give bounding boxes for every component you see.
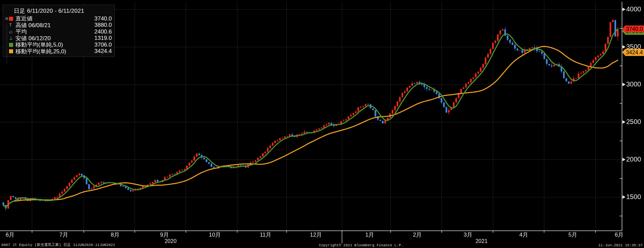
low-marker: ⊥ (9, 36, 13, 40)
x-axis-month-label: 7月 (59, 231, 68, 239)
copyright-text: Copyright© 2021 Bloomberg Finance L.P. (319, 243, 403, 247)
legend-row-label: 移動平均(単純,25,0) (15, 48, 90, 55)
x-axis-month-label: 6月 (6, 231, 14, 239)
tick-arrow-icon (623, 158, 626, 161)
x-axis-year-label: 2020 (165, 238, 177, 244)
legend-row-value: 3424.4 (90, 48, 112, 55)
x-axis-month-label: 4月 (519, 231, 528, 239)
ma5-marker (9, 43, 13, 47)
tick-arrow-icon (623, 45, 626, 49)
legend-title: 日足 6/11/2020 - 6/11/2021 (4, 6, 112, 15)
last-price-badge: 3740.0 (625, 25, 644, 33)
legend-row[interactable]: ◇ 平均 2400.6 (4, 28, 112, 35)
y-axis-tick-label: 3000 (626, 80, 641, 88)
legend-row-value: 3880.0 (90, 22, 112, 28)
tick-arrow-icon (623, 83, 626, 86)
ma25-marker (9, 49, 13, 53)
legend-panel: 日足 6/11/2020 - 6/11/2021 ⊞ 直近値 3740.0 T … (3, 5, 115, 57)
x-axis-month-label: 5月 (568, 231, 577, 239)
x-axis-month-label: 1月 (365, 231, 374, 239)
legend-rows: ⊞ 直近値 3740.0 T 高値 06/08/21 3880.0 ◇ 平均 2… (4, 15, 112, 55)
y-axis-tick: 2000 (623, 156, 641, 163)
y-axis-tick-label: 1500 (626, 193, 641, 201)
legend-row[interactable]: T 高値 06/08/21 3880.0 (4, 22, 112, 29)
x-axis-month-label: 9月 (160, 231, 169, 239)
last-price-marker (9, 17, 13, 21)
x-axis-month-label: 8月 (111, 231, 120, 239)
x-axis-month-label: 11月 (260, 231, 272, 239)
x-axis-year-label: 2021 (475, 238, 488, 244)
x-axis-month-label: 10月 (209, 231, 221, 239)
y-axis-tick-label: 2500 (626, 118, 641, 126)
badge-arrow-icon (622, 25, 625, 32)
high-marker: T (9, 23, 12, 27)
x-axis-month-label: 6月 (615, 231, 624, 239)
tick-arrow-icon (623, 120, 626, 124)
legend-row[interactable]: ⊥ 安値 06/12/20 1319.0 (4, 35, 112, 42)
y-axis-tick: 3000 (623, 80, 641, 88)
legend-row-value: 1319.0 (90, 35, 112, 42)
y-axis-tick: 1500 (623, 193, 641, 201)
tick-arrow-icon (623, 8, 626, 11)
y-axis-tick: 2500 (623, 118, 641, 126)
legend-tree-line (7, 25, 7, 64)
legend-row-value: 3706.0 (90, 42, 112, 48)
legend-row-value: 3740.0 (90, 15, 112, 22)
x-axis-month-label: 2月 (413, 231, 422, 239)
x-axis-month-label: 12月 (310, 231, 322, 239)
bloomberg-terminal-chart: { "colors": { "background": "#000000", "… (0, 0, 644, 248)
ma25-badge: 3424.4 (625, 49, 644, 56)
security-status-text: 6967 JT Equity (新光電気工業) 日足 11JUN2020-11J… (1, 242, 115, 247)
y-axis-tick-label: 4000 (626, 5, 641, 13)
legend-row[interactable]: 移動平均(単純,25,0) 3424.4 (4, 48, 112, 55)
legend-row-value: 2400.6 (90, 28, 112, 35)
tick-arrow-icon (623, 195, 626, 199)
badge-arrow-icon (622, 49, 625, 56)
y-axis-tick: 4000 (623, 5, 641, 13)
x-axis-month-label: 3月 (464, 231, 472, 239)
tree-expander-icon[interactable]: ⊞ (4, 16, 9, 21)
mean-marker: ◇ (9, 30, 12, 34)
legend-row[interactable]: 移動平均(単純,5,0) 3706.0 (4, 42, 112, 48)
timestamp-text: 11-Jun-2021 15:35:37 (598, 243, 643, 247)
legend-row[interactable]: ⊞ 直近値 3740.0 (4, 15, 112, 22)
y-axis-tick-label: 2000 (626, 156, 641, 163)
